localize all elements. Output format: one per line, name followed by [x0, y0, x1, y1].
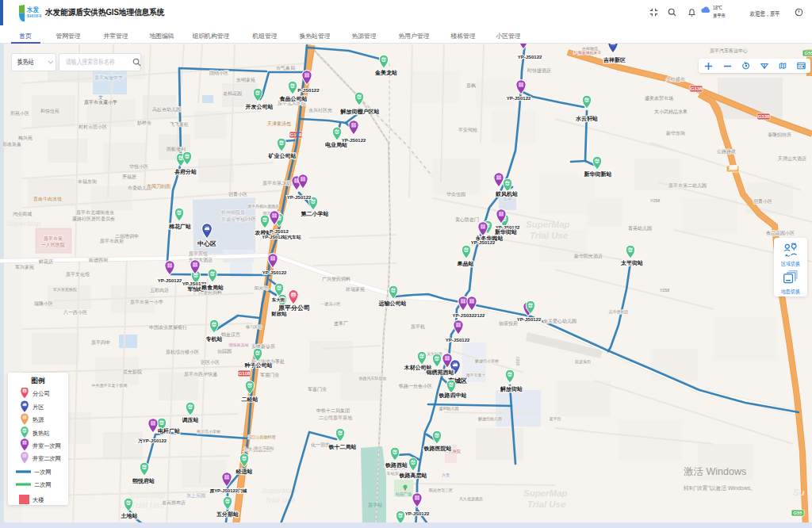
svg-text:明珠娱乐城: 明珠娱乐城 — [229, 342, 249, 347]
svg-text:YP-JS0122: YP-JS0122 — [342, 138, 366, 143]
svg-text:Su: Su — [793, 488, 805, 497]
svg-text:泰隆招待所: 泰隆招待所 — [768, 132, 791, 138]
svg-text:幸福东街: 幸福东街 — [77, 178, 98, 185]
svg-text:大楼: 大楼 — [33, 496, 44, 503]
svg-text:熙悦府站: 熙悦府站 — [132, 477, 155, 484]
svg-text:中心区: 中心区 — [197, 240, 216, 247]
svg-text:二经站: 二经站 — [242, 396, 259, 403]
svg-text:广兴誉药饲料: 广兴誉药饲料 — [322, 276, 350, 282]
svg-text:G338: G338 — [691, 86, 703, 91]
svg-text:食品公司站: 食品公司站 — [279, 96, 308, 102]
svg-text:鼓风机站: 鼓风机站 — [495, 191, 518, 197]
svg-text:红海玻璃批发市: 红海玻璃批发市 — [574, 50, 602, 55]
svg-text:原平市西岸快递: 原平市西岸快递 — [184, 371, 217, 377]
svg-text:康路社区居民委员会: 康路社区居民委员会 — [72, 216, 115, 222]
svg-text:大阅刀削面: 大阅刀削面 — [147, 183, 170, 189]
svg-text:片区: 片区 — [33, 404, 44, 411]
svg-text:育英幼儿园: 育英幼儿园 — [628, 225, 652, 231]
svg-text:原平机: 原平机 — [411, 323, 425, 329]
svg-text:G108: G108 — [290, 132, 302, 137]
svg-text:YP-JS0122: YP-JS0122 — [446, 338, 470, 342]
svg-text:Y058: Y058 — [660, 288, 670, 293]
svg-text:调压站: 调压站 — [182, 417, 199, 423]
svg-text:忻州师院原: 忻州师院原 — [220, 209, 245, 216]
svg-text:食品花园小区: 食品花园小区 — [766, 230, 795, 236]
svg-text:原平市第: 原平市第 — [44, 235, 63, 241]
svg-text:P-JS012: P-JS012 — [270, 229, 289, 234]
svg-text:换热站: 换热站 — [33, 430, 50, 437]
svg-text:时快捷酒店: 时快捷酒店 — [527, 67, 551, 74]
svg-text:中国农业发展银行: 中国农业发展银行 — [149, 324, 187, 331]
svg-text:高起点幼儿园: 高起点幼儿园 — [152, 106, 181, 113]
svg-text:二中: 二中 — [503, 197, 512, 201]
svg-text:原平市第二幼儿园: 原平市第二幼儿园 — [668, 182, 707, 189]
svg-text:祥瑞家苑: 祥瑞家苑 — [346, 286, 365, 293]
svg-text:晋南牛肉水饺: 晋南牛肉水饺 — [33, 196, 62, 202]
svg-text:解放街棚户区站: 解放街棚户区站 — [340, 108, 380, 115]
svg-text:老百姓布店: 老百姓布店 — [162, 499, 186, 506]
svg-text:盛和幼儿园: 盛和幼儿园 — [439, 406, 459, 411]
svg-text:妙样寺: 妙样寺 — [137, 120, 151, 125]
svg-text:铁路西站: 铁路西站 — [385, 462, 408, 469]
svg-text:Trial Use: Trial Use — [527, 499, 566, 509]
svg-text:文: 文 — [98, 94, 103, 100]
svg-text:原平市政府: 原平市政府 — [100, 238, 124, 243]
svg-text:吉祥新区: 吉祥新区 — [603, 56, 626, 63]
svg-text:黄心防盗门: 黄心防盗门 — [455, 216, 479, 223]
svg-text:站前广场: 站前广场 — [396, 492, 412, 497]
svg-text:久红超市: 久红超市 — [666, 76, 685, 82]
svg-text:原平市第十: 原平市第十 — [466, 373, 486, 377]
svg-text:兴景: 兴景 — [442, 473, 450, 477]
svg-text:棉花厂站: 棉花厂站 — [168, 224, 191, 230]
svg-text:P-JS0122: P-JS0122 — [297, 88, 319, 93]
svg-text:解放街站: 解放街站 — [500, 386, 523, 392]
svg-text:二公司原平基地: 二公司原平基地 — [319, 415, 353, 420]
svg-text:YP-JS0122: YP-JS0122 — [262, 270, 287, 275]
svg-text:新华街站: 新华街站 — [494, 228, 517, 235]
svg-text:原平站: 原平站 — [368, 502, 382, 508]
svg-text:天津童汤包: 天津童汤包 — [267, 121, 291, 127]
svg-text:梅兴苑: 梅兴苑 — [17, 135, 33, 141]
svg-text:0308: 0308 — [515, 357, 520, 365]
svg-text:村村示范小区: 村村示范小区 — [78, 124, 107, 130]
svg-text:YP-JS0122: YP-JS0122 — [518, 55, 542, 59]
svg-text:YP-JS0122: YP-JS0122 — [287, 195, 312, 200]
svg-text:一人民医院: 一人民医院 — [41, 242, 65, 248]
svg-text:太平街站: 太平街站 — [620, 260, 643, 266]
svg-text:华众佳园: 华众佳园 — [446, 192, 465, 197]
svg-text:原平宾馆: 原平宾馆 — [189, 251, 208, 257]
svg-text:吉祥物流: 吉祥物流 — [582, 46, 598, 52]
svg-text:一次网: 一次网 — [34, 469, 52, 476]
svg-text:原平分公司: 原平分公司 — [278, 304, 310, 312]
svg-text:星光影院: 星光影院 — [123, 369, 142, 375]
svg-text:原平丹棋白鹿酒店: 原平丹棋白鹿酒店 — [247, 204, 279, 209]
svg-text:水云轩站: 水云轩站 — [575, 116, 598, 122]
svg-text:分公司: 分公司 — [33, 390, 50, 397]
svg-text:东大街: 东大街 — [271, 297, 285, 303]
svg-text:G338: G338 — [758, 114, 770, 119]
svg-text:SuperMap: SuperMap — [6, 220, 41, 228]
svg-text:宿青小区: 宿青小区 — [228, 191, 247, 197]
svg-text:中共原平市老干部局: 中共原平市老干部局 — [92, 383, 128, 388]
svg-text:YP-JS0122: YP-JS0122 — [507, 96, 531, 101]
svg-text:东明家苑: 东明家苑 — [236, 77, 255, 83]
svg-text:运输公司站: 运输公司站 — [378, 300, 407, 307]
svg-text:八一西小区: 八一西小区 — [63, 309, 87, 316]
svg-text:军兴家苑医院: 军兴家苑医院 — [53, 287, 77, 293]
svg-text:锦绣苑西站: 锦绣苑西站 — [426, 369, 454, 376]
svg-text:公路路政: 公路路政 — [717, 148, 736, 155]
svg-text:万YP-JS0122: 万YP-JS0122 — [137, 438, 167, 444]
svg-text:县府分站: 县府分站 — [174, 168, 197, 175]
svg-text:YP-JS0122: YP-JS0122 — [517, 317, 542, 322]
svg-text:种子公司站: 种子公司站 — [244, 362, 273, 369]
svg-text:电业局站: 电业局站 — [325, 142, 347, 148]
svg-text:Trial Use: Trial Use — [530, 231, 569, 240]
svg-text:团结小区: 团结小区 — [209, 70, 228, 76]
svg-text:解放街幼儿园: 解放街幼儿园 — [478, 416, 502, 422]
svg-text:阳光住宅三区: 阳光住宅三区 — [429, 488, 453, 493]
svg-text:阳光!包: 阳光!包 — [255, 285, 269, 291]
svg-text:天涯山大酒店: 天涯山大酒店 — [778, 155, 806, 162]
svg-text:电杆厂站: 电杆厂站 — [158, 428, 180, 434]
svg-text:盛美农贸市场: 盛美农贸市场 — [645, 95, 673, 101]
svg-text:金美龙站: 金美龙站 — [374, 69, 397, 76]
